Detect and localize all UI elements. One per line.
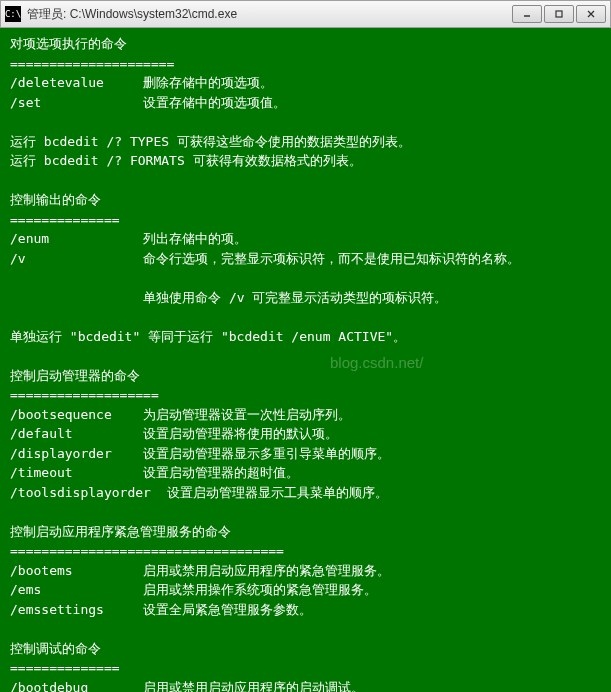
titlebar: C:\ 管理员: C:\Windows\system32\cmd.exe	[0, 0, 611, 28]
window-controls	[512, 5, 606, 23]
minimize-button[interactable]	[512, 5, 542, 23]
cmd-icon: C:\	[5, 6, 21, 22]
maximize-button[interactable]	[544, 5, 574, 23]
console-output[interactable]: 对项选项执行的命令 ===================== /deletev…	[0, 28, 611, 692]
close-button[interactable]	[576, 5, 606, 23]
watermark: blog.csdn.net/	[330, 352, 423, 375]
window-title: 管理员: C:\Windows\system32\cmd.exe	[27, 6, 512, 23]
svg-rect-1	[556, 11, 562, 17]
